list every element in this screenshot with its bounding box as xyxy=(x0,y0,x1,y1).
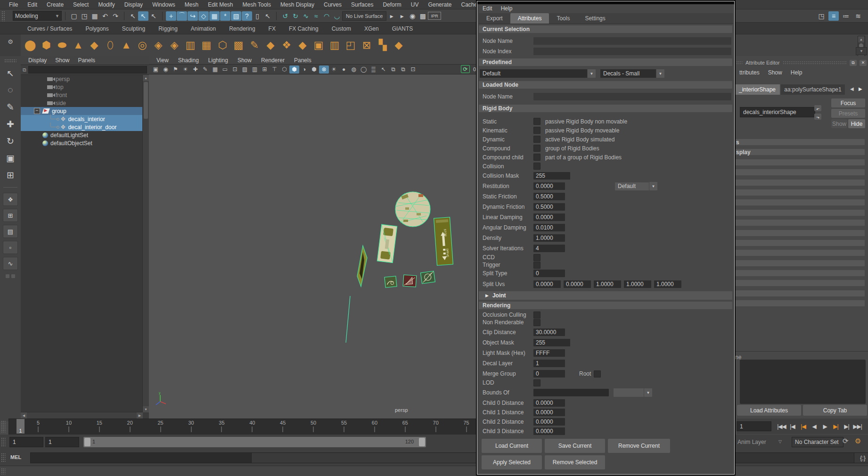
layout-shortcut-button[interactable]: ❖ xyxy=(3,193,18,206)
current-frame-marker[interactable]: 1 xyxy=(16,419,25,434)
collapse-expander[interactable]: − xyxy=(34,108,40,114)
playback-button[interactable]: ▶| xyxy=(830,421,841,432)
fps-refresh-icon[interactable]: ⟳ xyxy=(461,65,470,73)
outliner-item[interactable]: side xyxy=(21,99,143,107)
presets-button[interactable]: Presets xyxy=(831,109,865,118)
menu-item[interactable]: Curves xyxy=(319,1,346,8)
menu-item[interactable]: Display xyxy=(120,1,147,8)
viewport-toggle-icon[interactable]: ⬢ xyxy=(309,66,319,74)
tab-scroll-left-icon[interactable]: ◀ xyxy=(850,86,854,91)
checkbox[interactable] xyxy=(533,163,540,170)
load-current-button[interactable]: Load Current xyxy=(482,439,542,453)
outliner-vscrollbar[interactable]: ▲ ▼ xyxy=(142,75,149,412)
snap-icon[interactable]: + xyxy=(166,11,176,21)
checkbox[interactable] xyxy=(533,319,540,326)
viewport-toggle-icon[interactable]: ☀ xyxy=(180,66,190,74)
layout-shortcut-button[interactable]: ▫ xyxy=(3,241,18,254)
predefined-type-dropdown[interactable]: Default xyxy=(480,69,587,78)
notes-textarea[interactable] xyxy=(740,360,866,404)
chevron-down-icon[interactable]: ▼ xyxy=(649,182,657,190)
outliner-item[interactable]: top xyxy=(21,83,143,91)
shelf-tool-icon[interactable]: ◰ xyxy=(343,37,358,54)
value-field[interactable]: 1.0000 xyxy=(533,234,565,242)
shelf-tool-icon[interactable]: ⬯ xyxy=(103,37,118,54)
decal-gauge-circle[interactable] xyxy=(395,192,430,227)
highlight-selection-icon[interactable]: ↖ xyxy=(262,11,273,21)
outliner-item[interactable]: persp xyxy=(21,75,143,83)
playback-button[interactable]: |◀ xyxy=(787,421,798,432)
snap-icon[interactable]: ? xyxy=(242,11,252,21)
shelf-tool-icon[interactable]: ▣ xyxy=(311,37,326,54)
value-field[interactable]: 30.0000 xyxy=(533,328,565,336)
attribute-section-bar[interactable] xyxy=(735,240,865,246)
value-field[interactable]: 0.0000 xyxy=(533,409,565,416)
construction-history-icon[interactable]: ∿ xyxy=(301,11,311,21)
decal-leaf[interactable] xyxy=(346,246,367,343)
playback-button[interactable]: |◀ xyxy=(798,421,809,432)
viewport-menu-item[interactable]: Renderer xyxy=(256,57,289,64)
construction-history-icon[interactable]: ↺ xyxy=(280,11,290,21)
ipr-render-icon[interactable]: IPR xyxy=(428,12,441,20)
file-operation-icon[interactable]: ◳ xyxy=(79,11,90,21)
viewport-menu-item[interactable]: View xyxy=(152,57,173,64)
shelf-tool-icon[interactable]: ✎ xyxy=(247,37,262,54)
outliner-hscrollbar[interactable]: ◀ ▶ xyxy=(21,412,143,419)
tab-shape-active[interactable]: _interiorShape xyxy=(735,84,780,95)
scroll-up-icon[interactable]: ▲ xyxy=(143,75,149,81)
shelf-tool-icon[interactable]: ◆ xyxy=(263,37,278,54)
value-field[interactable]: 0.0000 xyxy=(533,418,565,426)
predefined-preset-dropdown[interactable]: Decals - Small xyxy=(600,69,656,78)
menu-item[interactable]: Surfaces xyxy=(347,1,377,8)
viewport-toggle-icon[interactable]: ⊗ xyxy=(319,66,329,74)
shelf-tab[interactable]: FX xyxy=(262,24,282,34)
shelf-tab[interactable]: Curves / Surfaces xyxy=(21,24,79,34)
viewport-toggle-icon[interactable]: ▭ xyxy=(220,66,230,74)
panel-drag-handle[interactable] xyxy=(736,61,743,65)
viewport-toggle-icon[interactable]: ● xyxy=(339,66,349,74)
viewport-toggle-icon[interactable]: ⧉ xyxy=(388,66,398,74)
shelf-tool-icon[interactable]: ▚ xyxy=(375,37,390,54)
attribute-section-bar[interactable] xyxy=(735,169,865,175)
scroll-right-icon[interactable]: ▶ xyxy=(137,412,143,419)
viewport-toggle-icon[interactable]: ▣ xyxy=(151,66,161,74)
selection-mask-hierarchy-icon[interactable]: ↖ xyxy=(128,11,138,21)
sidebar-panel-icon[interactable]: ≔ xyxy=(841,11,851,21)
snap-icon[interactable]: * xyxy=(220,11,230,21)
dialog-tab[interactable]: Settings xyxy=(577,13,613,24)
anim-start-field[interactable]: 1 xyxy=(9,437,43,447)
attribute-section-bar[interactable]: splay xyxy=(735,149,865,155)
file-operation-icon[interactable]: ↶ xyxy=(100,11,110,21)
sidebar-panel-icon[interactable]: ◳ xyxy=(816,11,827,21)
attribute-section-bar[interactable] xyxy=(735,280,865,286)
menu-item[interactable]: UV xyxy=(407,1,423,8)
output-connections-icon[interactable]: ⬎ xyxy=(814,114,821,120)
value-field[interactable]: 1 xyxy=(533,360,565,367)
shelf-tool-icon[interactable]: ◆ xyxy=(295,37,310,54)
outliner-menu-item[interactable]: Panels xyxy=(74,57,99,64)
decal-panel-olive[interactable]: STOP DRIVE xyxy=(434,217,453,265)
attribute-section-bar[interactable] xyxy=(735,290,865,296)
render-arrow2-icon[interactable]: ▸ xyxy=(397,11,407,21)
viewport-toggle-icon[interactable]: ◉ xyxy=(161,66,171,74)
shelf-tool-icon[interactable]: ▥ xyxy=(327,37,342,54)
range-end-handle[interactable] xyxy=(419,438,425,446)
menu-set-dropdown[interactable]: Modeling▼ xyxy=(13,11,62,21)
render-arrow-icon[interactable]: ▸ xyxy=(386,11,397,21)
tool-icon[interactable]: ↻ xyxy=(3,133,18,148)
viewport-toggle-icon[interactable]: ◯ xyxy=(359,66,368,74)
shelf-tab[interactable]: GIANTS xyxy=(385,24,420,34)
shelf-tool-icon[interactable]: ▩ xyxy=(231,37,246,54)
focus-button[interactable]: Focus xyxy=(831,98,865,107)
shelf-tab[interactable]: Animation xyxy=(184,24,222,34)
shelf-gear-icon[interactable]: ⚙ xyxy=(0,38,21,45)
shelf-tool-icon[interactable]: ⊠ xyxy=(359,37,374,54)
show-button[interactable]: Show xyxy=(831,119,847,128)
checkbox[interactable] xyxy=(533,136,540,143)
range-start-handle[interactable] xyxy=(84,438,90,446)
viewport-toggle-icon[interactable]: ↖ xyxy=(378,66,388,74)
node-index-field[interactable] xyxy=(533,48,731,55)
remove-selected-button[interactable]: Remove Selected xyxy=(545,455,605,469)
snap-icon[interactable]: ⌒ xyxy=(177,11,187,21)
scroll-up-icon[interactable]: ▲ xyxy=(858,36,864,42)
chevron-down-icon[interactable]: ▼ xyxy=(656,69,664,78)
